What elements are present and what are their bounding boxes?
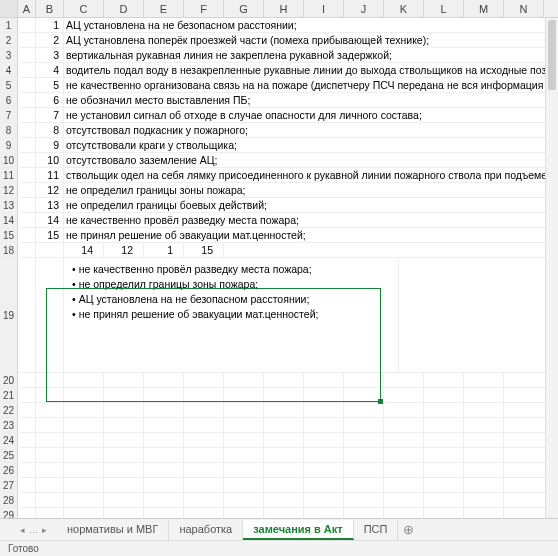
cell[interactable]	[36, 373, 64, 388]
col-header-A[interactable]: A	[18, 0, 36, 17]
cell[interactable]	[18, 48, 36, 63]
sheet-tab[interactable]: нормативы и МВГ	[57, 520, 169, 540]
cell[interactable]	[384, 433, 424, 448]
cell[interactable]	[36, 243, 64, 258]
select-all-corner[interactable]	[0, 0, 18, 17]
cell[interactable]	[344, 373, 384, 388]
cell[interactable]	[264, 403, 304, 418]
cell-text[interactable]: отсутствовал подкасник у пожарного;	[64, 123, 558, 138]
row-header-20[interactable]: 20	[0, 373, 18, 387]
cell[interactable]	[344, 388, 384, 403]
cell[interactable]	[424, 448, 464, 463]
cell[interactable]	[18, 108, 36, 123]
cell[interactable]	[36, 448, 64, 463]
cell[interactable]	[18, 183, 36, 198]
col-header-H[interactable]: H	[264, 0, 304, 17]
cell[interactable]	[184, 403, 224, 418]
cell[interactable]	[224, 403, 264, 418]
cell-number[interactable]: 12	[36, 183, 64, 198]
cell-text[interactable]: не качественно организована связь на на …	[64, 78, 558, 93]
cell[interactable]	[144, 403, 184, 418]
row-header-5[interactable]: 5	[0, 78, 18, 92]
cell-text[interactable]: не принял решение об эвакуации мат.ценно…	[64, 228, 558, 243]
cell-text[interactable]: АЦ установлена на не безопасном расстоян…	[64, 18, 558, 33]
cell-text[interactable]: отсутствовали краги у ствольщика;	[64, 138, 558, 153]
cell[interactable]	[104, 388, 144, 403]
cell-text[interactable]: не определил границы зоны пожара;	[64, 183, 558, 198]
cell[interactable]	[344, 493, 384, 508]
cell[interactable]	[304, 448, 344, 463]
cell[interactable]	[304, 433, 344, 448]
col-header-F[interactable]: F	[184, 0, 224, 17]
cell[interactable]	[344, 433, 384, 448]
cell[interactable]	[384, 403, 424, 418]
sheet-tab[interactable]: замечания в Акт	[243, 520, 353, 540]
cell[interactable]	[36, 463, 64, 478]
col-header-J[interactable]: J	[344, 0, 384, 17]
row-header-2[interactable]: 2	[0, 33, 18, 47]
cell[interactable]	[224, 433, 264, 448]
row-header-1[interactable]: 1	[0, 18, 18, 32]
cell[interactable]	[264, 448, 304, 463]
vertical-scrollbar[interactable]	[545, 18, 558, 518]
cell[interactable]	[104, 493, 144, 508]
cell-number[interactable]: 9	[36, 138, 64, 153]
cell[interactable]	[264, 478, 304, 493]
cell[interactable]	[104, 418, 144, 433]
cell[interactable]	[36, 388, 64, 403]
cell-value[interactable]: 15	[184, 243, 224, 258]
cell[interactable]	[18, 138, 36, 153]
col-header-E[interactable]: E	[144, 0, 184, 17]
row-header-26[interactable]: 26	[0, 463, 18, 477]
col-header-I[interactable]: I	[304, 0, 344, 17]
cell[interactable]	[64, 388, 104, 403]
cell[interactable]	[36, 418, 64, 433]
tab-nav-prev-icon[interactable]: …	[29, 525, 38, 535]
row-header-27[interactable]: 27	[0, 478, 18, 492]
cell[interactable]	[144, 508, 184, 518]
cell[interactable]	[384, 388, 424, 403]
row-header-9[interactable]: 9	[0, 138, 18, 152]
cell-text[interactable]: не обозначил место выставления ПБ;	[64, 93, 558, 108]
row-header-4[interactable]: 4	[0, 63, 18, 77]
cell-number[interactable]: 11	[36, 168, 64, 183]
sheet-tab[interactable]: наработка	[169, 520, 243, 540]
cell[interactable]	[144, 373, 184, 388]
cell[interactable]	[344, 448, 384, 463]
row-header-29[interactable]: 29	[0, 508, 18, 518]
cell[interactable]	[384, 478, 424, 493]
cell[interactable]	[18, 63, 36, 78]
cell[interactable]	[18, 463, 36, 478]
cell[interactable]	[384, 448, 424, 463]
cell[interactable]	[18, 373, 36, 388]
cell[interactable]	[64, 478, 104, 493]
cell[interactable]	[104, 508, 144, 518]
cell[interactable]	[304, 478, 344, 493]
cell[interactable]	[36, 508, 64, 518]
cell[interactable]	[18, 18, 36, 33]
row-header-19[interactable]: 19	[0, 258, 18, 373]
cell[interactable]	[64, 493, 104, 508]
merged-cell[interactable]: не качественно провёл разведку места пож…	[64, 258, 399, 373]
row-header-13[interactable]: 13	[0, 198, 18, 212]
cell[interactable]	[64, 418, 104, 433]
cell[interactable]	[424, 433, 464, 448]
cell[interactable]	[184, 433, 224, 448]
col-header-G[interactable]: G	[224, 0, 264, 17]
cell-value[interactable]: 1	[144, 243, 184, 258]
cell[interactable]	[18, 493, 36, 508]
cell[interactable]	[18, 258, 36, 373]
cell[interactable]	[64, 433, 104, 448]
row-header-15[interactable]: 15	[0, 228, 18, 242]
row-header-3[interactable]: 3	[0, 48, 18, 62]
cell[interactable]	[224, 373, 264, 388]
row-header-18[interactable]: 18	[0, 243, 18, 257]
cell-number[interactable]: 14	[36, 213, 64, 228]
col-header-B[interactable]: B	[36, 0, 64, 17]
cell[interactable]	[384, 493, 424, 508]
cell-number[interactable]: 4	[36, 63, 64, 78]
cell[interactable]	[344, 508, 384, 518]
row-header-14[interactable]: 14	[0, 213, 18, 227]
cell[interactable]	[184, 478, 224, 493]
cell[interactable]	[144, 478, 184, 493]
